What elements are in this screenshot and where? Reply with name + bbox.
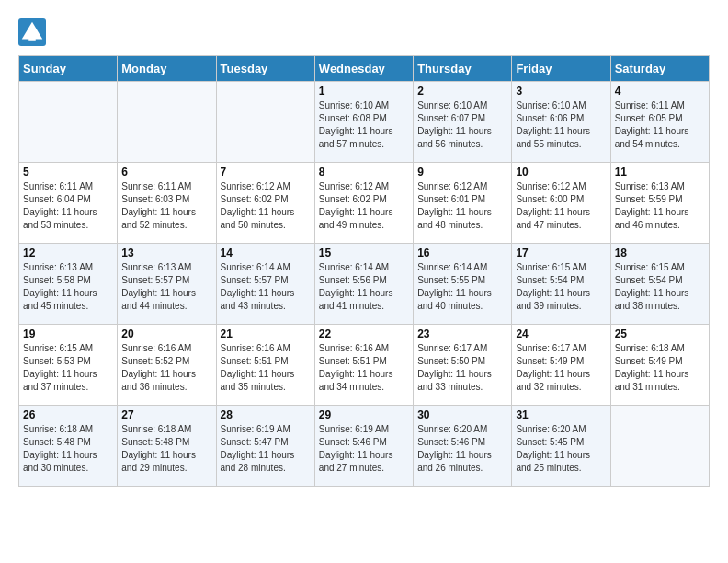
day-info: Sunrise: 6:14 AM Sunset: 5:57 PM Dayligh… (221, 261, 311, 313)
day-number: 12 (23, 247, 113, 259)
calendar-day-cell: 30Sunrise: 6:20 AM Sunset: 5:46 PM Dayli… (414, 406, 512, 487)
day-number: 21 (221, 327, 311, 340)
calendar-week-row: 12Sunrise: 6:13 AM Sunset: 5:58 PM Dayli… (19, 244, 710, 325)
day-info: Sunrise: 6:20 AM Sunset: 5:45 PM Dayligh… (516, 423, 606, 475)
day-info: Sunrise: 6:16 AM Sunset: 5:51 PM Dayligh… (319, 342, 409, 394)
day-of-week-header: Thursday (414, 56, 512, 82)
calendar-day-cell: 15Sunrise: 6:14 AM Sunset: 5:56 PM Dayli… (314, 244, 413, 325)
calendar-day-cell: 17Sunrise: 6:15 AM Sunset: 5:54 PM Dayli… (512, 244, 610, 325)
calendar-day-cell: 1Sunrise: 6:10 AM Sunset: 6:08 PM Daylig… (314, 82, 413, 163)
calendar-day-cell: 7Sunrise: 6:12 AM Sunset: 6:02 PM Daylig… (216, 163, 314, 244)
calendar-day-cell: 12Sunrise: 6:13 AM Sunset: 5:58 PM Dayli… (19, 244, 118, 325)
day-number: 27 (121, 408, 211, 421)
calendar-day-cell: 25Sunrise: 6:18 AM Sunset: 5:49 PM Dayli… (610, 325, 709, 406)
day-number: 8 (319, 166, 409, 178)
calendar-day-cell: 31Sunrise: 6:20 AM Sunset: 5:45 PM Dayli… (512, 406, 610, 487)
calendar-day-cell: 6Sunrise: 6:11 AM Sunset: 6:03 PM Daylig… (118, 163, 216, 244)
day-info: Sunrise: 6:18 AM Sunset: 5:49 PM Dayligh… (615, 342, 705, 394)
page-header (18, 18, 710, 46)
calendar-day-cell: 2Sunrise: 6:10 AM Sunset: 6:07 PM Daylig… (414, 82, 512, 163)
day-info: Sunrise: 6:18 AM Sunset: 5:48 PM Dayligh… (121, 423, 211, 475)
calendar-day-cell: 29Sunrise: 6:19 AM Sunset: 5:46 PM Dayli… (314, 406, 413, 487)
calendar-day-cell: 9Sunrise: 6:12 AM Sunset: 6:01 PM Daylig… (414, 163, 512, 244)
day-of-week-header: Friday (512, 56, 610, 82)
day-number: 18 (615, 247, 705, 259)
calendar-day-cell (610, 406, 709, 487)
day-number: 15 (319, 247, 409, 259)
calendar-day-cell (19, 82, 118, 163)
day-info: Sunrise: 6:15 AM Sunset: 5:54 PM Dayligh… (615, 261, 705, 313)
day-info: Sunrise: 6:17 AM Sunset: 5:50 PM Dayligh… (417, 342, 507, 394)
day-number: 28 (221, 408, 311, 421)
day-info: Sunrise: 6:13 AM Sunset: 5:57 PM Dayligh… (121, 261, 211, 313)
day-of-week-header: Tuesday (216, 56, 314, 82)
day-info: Sunrise: 6:12 AM Sunset: 6:02 PM Dayligh… (319, 180, 409, 232)
day-of-week-header: Monday (118, 56, 216, 82)
day-number: 6 (121, 166, 211, 178)
day-info: Sunrise: 6:12 AM Sunset: 6:00 PM Dayligh… (516, 180, 606, 232)
calendar-day-cell: 16Sunrise: 6:14 AM Sunset: 5:55 PM Dayli… (414, 244, 512, 325)
day-of-week-header: Sunday (19, 56, 118, 82)
day-info: Sunrise: 6:11 AM Sunset: 6:04 PM Dayligh… (23, 180, 113, 232)
day-of-week-header: Wednesday (314, 56, 413, 82)
calendar-day-cell: 8Sunrise: 6:12 AM Sunset: 6:02 PM Daylig… (314, 163, 413, 244)
calendar-week-row: 1Sunrise: 6:10 AM Sunset: 6:08 PM Daylig… (19, 82, 710, 163)
day-info: Sunrise: 6:16 AM Sunset: 5:51 PM Dayligh… (221, 342, 311, 394)
day-number: 17 (516, 247, 606, 259)
day-number: 5 (23, 166, 113, 178)
day-number: 24 (516, 327, 606, 340)
logo (18, 18, 50, 46)
calendar-day-cell: 27Sunrise: 6:18 AM Sunset: 5:48 PM Dayli… (118, 406, 216, 487)
calendar-week-row: 5Sunrise: 6:11 AM Sunset: 6:04 PM Daylig… (19, 163, 710, 244)
day-info: Sunrise: 6:14 AM Sunset: 5:56 PM Dayligh… (319, 261, 409, 313)
calendar-day-cell: 23Sunrise: 6:17 AM Sunset: 5:50 PM Dayli… (414, 325, 512, 406)
day-of-week-header: Saturday (610, 56, 709, 82)
day-number: 23 (417, 327, 507, 340)
day-number: 22 (319, 327, 409, 340)
calendar-table: SundayMondayTuesdayWednesdayThursdayFrid… (18, 55, 710, 487)
day-number: 31 (516, 408, 606, 421)
day-number: 20 (121, 327, 211, 340)
day-number: 10 (516, 166, 606, 178)
day-info: Sunrise: 6:10 AM Sunset: 6:08 PM Dayligh… (319, 99, 409, 151)
day-number: 4 (615, 85, 705, 98)
calendar-header-row: SundayMondayTuesdayWednesdayThursdayFrid… (19, 56, 710, 82)
day-info: Sunrise: 6:15 AM Sunset: 5:53 PM Dayligh… (23, 342, 113, 394)
day-number: 29 (319, 408, 409, 421)
calendar-day-cell (118, 82, 216, 163)
day-info: Sunrise: 6:10 AM Sunset: 6:07 PM Dayligh… (417, 99, 507, 151)
calendar-day-cell: 5Sunrise: 6:11 AM Sunset: 6:04 PM Daylig… (19, 163, 118, 244)
day-info: Sunrise: 6:11 AM Sunset: 6:03 PM Dayligh… (121, 180, 211, 232)
calendar-day-cell: 24Sunrise: 6:17 AM Sunset: 5:49 PM Dayli… (512, 325, 610, 406)
day-info: Sunrise: 6:12 AM Sunset: 6:01 PM Dayligh… (417, 180, 507, 232)
day-number: 7 (221, 166, 311, 178)
day-info: Sunrise: 6:19 AM Sunset: 5:46 PM Dayligh… (319, 423, 409, 475)
calendar-day-cell: 3Sunrise: 6:10 AM Sunset: 6:06 PM Daylig… (512, 82, 610, 163)
day-number: 11 (615, 166, 705, 178)
day-number: 9 (417, 166, 507, 178)
logo-icon (18, 18, 46, 46)
day-info: Sunrise: 6:15 AM Sunset: 5:54 PM Dayligh… (516, 261, 606, 313)
calendar-week-row: 26Sunrise: 6:18 AM Sunset: 5:48 PM Dayli… (19, 406, 710, 487)
day-info: Sunrise: 6:13 AM Sunset: 5:58 PM Dayligh… (23, 261, 113, 313)
calendar-week-row: 19Sunrise: 6:15 AM Sunset: 5:53 PM Dayli… (19, 325, 710, 406)
calendar-day-cell: 11Sunrise: 6:13 AM Sunset: 5:59 PM Dayli… (610, 163, 709, 244)
calendar-day-cell: 14Sunrise: 6:14 AM Sunset: 5:57 PM Dayli… (216, 244, 314, 325)
day-number: 1 (319, 85, 409, 98)
day-number: 13 (121, 247, 211, 259)
calendar-day-cell: 10Sunrise: 6:12 AM Sunset: 6:00 PM Dayli… (512, 163, 610, 244)
day-number: 3 (516, 85, 606, 98)
day-number: 30 (417, 408, 507, 421)
calendar-day-cell: 4Sunrise: 6:11 AM Sunset: 6:05 PM Daylig… (610, 82, 709, 163)
day-number: 26 (23, 408, 113, 421)
day-info: Sunrise: 6:14 AM Sunset: 5:55 PM Dayligh… (417, 261, 507, 313)
calendar-day-cell: 22Sunrise: 6:16 AM Sunset: 5:51 PM Dayli… (314, 325, 413, 406)
calendar-day-cell: 21Sunrise: 6:16 AM Sunset: 5:51 PM Dayli… (216, 325, 314, 406)
calendar-day-cell: 18Sunrise: 6:15 AM Sunset: 5:54 PM Dayli… (610, 244, 709, 325)
calendar-day-cell: 26Sunrise: 6:18 AM Sunset: 5:48 PM Dayli… (19, 406, 118, 487)
day-number: 2 (417, 85, 507, 98)
day-info: Sunrise: 6:12 AM Sunset: 6:02 PM Dayligh… (221, 180, 311, 232)
day-number: 16 (417, 247, 507, 259)
day-info: Sunrise: 6:18 AM Sunset: 5:48 PM Dayligh… (23, 423, 113, 475)
day-number: 14 (221, 247, 311, 259)
